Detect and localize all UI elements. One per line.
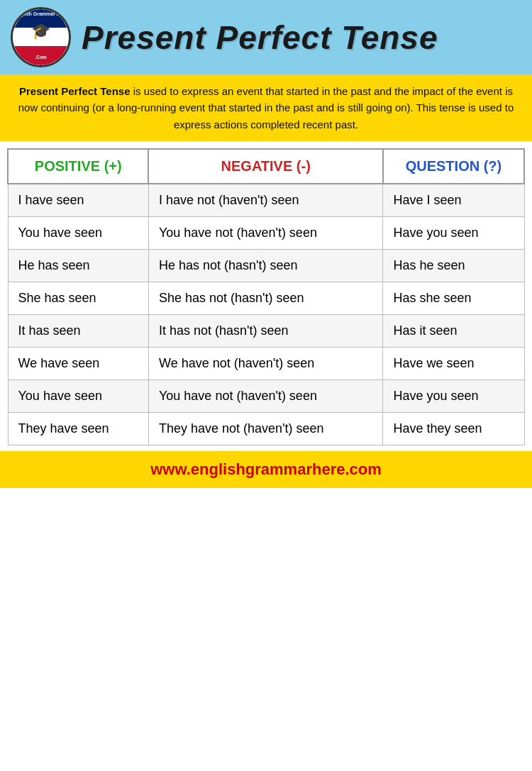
- cell-question-0: Have I seen: [383, 184, 524, 217]
- cell-negative-6: You have not (haven't) seen: [148, 379, 382, 412]
- cell-question-5: Have we seen: [383, 347, 524, 379]
- cell-negative-1: You have not (haven't) seen: [148, 216, 382, 249]
- header-question: QUESTION (?): [383, 149, 524, 184]
- cell-positive-0: I have seen: [8, 184, 148, 217]
- table-row: They have seenThey have not (haven't) se…: [8, 412, 524, 445]
- cell-negative-7: They have not (haven't) seen: [148, 412, 382, 445]
- table-wrap: POSITIVE (+) NEGATIVE (-) QUESTION (?) I…: [0, 141, 532, 451]
- cell-positive-2: He has seen: [8, 249, 148, 282]
- table-row: You have seenYou have not (haven't) seen…: [8, 216, 524, 249]
- footer-text: www.englishgrammarhere.com: [150, 460, 382, 478]
- cell-positive-6: You have seen: [8, 379, 148, 412]
- header-negative: NEGATIVE (-): [148, 149, 382, 184]
- cell-positive-1: You have seen: [8, 216, 148, 249]
- cell-positive-3: She has seen: [8, 282, 148, 314]
- conjugation-table: POSITIVE (+) NEGATIVE (-) QUESTION (?) I…: [7, 148, 525, 445]
- description-box: Present Perfect Tense is used to express…: [0, 74, 532, 141]
- logo-bottom-text: .Com: [13, 55, 69, 60]
- cell-question-1: Have you seen: [383, 216, 524, 249]
- logo-top-text: English Grammar Here: [13, 11, 69, 17]
- table-row: It has seenIt has not (hasn't) seenHas i…: [8, 314, 524, 347]
- logo-hat-icon: 🎓: [31, 22, 50, 40]
- logo: English Grammar Here 🎓 .Com: [11, 7, 71, 67]
- cell-negative-3: She has not (hasn't) seen: [148, 282, 382, 314]
- table-row: You have seenYou have not (haven't) seen…: [8, 379, 524, 412]
- header-positive: POSITIVE (+): [8, 149, 148, 184]
- table-row: He has seenHe has not (hasn't) seenHas h…: [8, 249, 524, 282]
- cell-negative-2: He has not (hasn't) seen: [148, 249, 382, 282]
- header: English Grammar Here 🎓 .Com Present Perf…: [0, 0, 532, 74]
- cell-question-2: Has he seen: [383, 249, 524, 282]
- cell-positive-5: We have seen: [8, 347, 148, 379]
- cell-positive-4: It has seen: [8, 314, 148, 347]
- cell-question-7: Have they seen: [383, 412, 524, 445]
- cell-question-6: Have you seen: [383, 379, 524, 412]
- cell-negative-5: We have not (haven't) seen: [148, 347, 382, 379]
- table-header-row: POSITIVE (+) NEGATIVE (-) QUESTION (?): [8, 149, 524, 184]
- table-row: She has seenShe has not (hasn't) seenHas…: [8, 282, 524, 314]
- table-row: We have seenWe have not (haven't) seenHa…: [8, 347, 524, 379]
- footer: www.englishgrammarhere.com: [0, 451, 532, 488]
- description-bold: Present Perfect Tense: [19, 85, 130, 97]
- cell-positive-7: They have seen: [8, 412, 148, 445]
- cell-negative-0: I have not (haven't) seen: [148, 184, 382, 217]
- cell-question-3: Has she seen: [383, 282, 524, 314]
- cell-negative-4: It has not (hasn't) seen: [148, 314, 382, 347]
- table-body: I have seenI have not (haven't) seenHave…: [8, 184, 524, 445]
- cell-question-4: Has it seen: [383, 314, 524, 347]
- page-title: Present Perfect Tense: [82, 18, 438, 57]
- table-row: I have seenI have not (haven't) seenHave…: [8, 184, 524, 217]
